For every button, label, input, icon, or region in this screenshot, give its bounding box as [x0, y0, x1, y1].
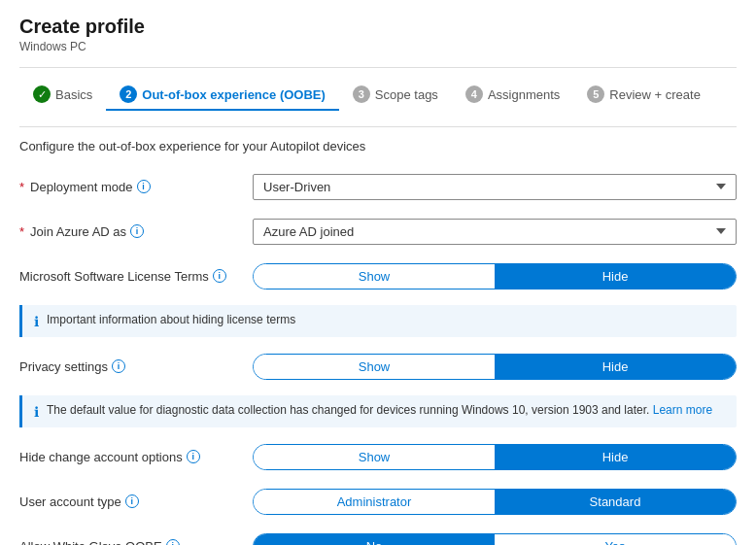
deployment-mode-row: * Deployment mode i User-Driven Self-Dep…: [19, 171, 737, 202]
white-glove-no-btn[interactable]: No: [254, 534, 495, 546]
privacy-settings-label: Privacy settings i: [19, 359, 253, 374]
license-banner: ℹ Important information about hiding lic…: [19, 305, 737, 337]
ms-license-show-btn[interactable]: Show: [254, 264, 495, 289]
page-title: Create profile: [19, 16, 737, 38]
tab-basics-label: Basics: [55, 87, 92, 102]
privacy-settings-control: Show Hide: [253, 354, 737, 380]
diagnostic-banner-icon: ℹ: [34, 404, 39, 420]
join-azure-ad-label: * Join Azure AD as i: [19, 224, 253, 239]
tab-scope-label: Scope tags: [375, 87, 438, 102]
ms-license-info-icon[interactable]: i: [213, 269, 226, 283]
tab-assignments[interactable]: 4 Assignments: [452, 80, 573, 111]
title-divider: [19, 67, 737, 68]
check-icon: ✓: [33, 85, 51, 103]
license-banner-text: Important information about hiding licen…: [47, 313, 295, 326]
hide-change-account-row: Hide change account options i Show Hide: [19, 441, 737, 472]
user-account-admin-btn[interactable]: Administrator: [254, 490, 495, 514]
user-account-type-toggle: Administrator Standard: [253, 489, 737, 515]
allow-white-glove-info-icon[interactable]: i: [166, 539, 180, 545]
allow-white-glove-control: No Yes: [253, 533, 737, 546]
user-account-type-row: User account type i Administrator Standa…: [19, 486, 737, 517]
privacy-settings-toggle: Show Hide: [253, 354, 737, 380]
section-description: Configure the out-of-box experience for …: [19, 139, 737, 153]
ms-license-hide-btn[interactable]: Hide: [495, 264, 736, 289]
license-banner-icon: ℹ: [34, 314, 39, 329]
allow-white-glove-row: Allow White Glove OOBE i No Yes: [19, 530, 737, 545]
required-star-azure: *: [19, 224, 24, 239]
privacy-settings-info-icon[interactable]: i: [112, 359, 125, 373]
hide-change-account-toggle: Show Hide: [253, 444, 737, 470]
privacy-hide-btn[interactable]: Hide: [495, 355, 736, 379]
allow-white-glove-label: Allow White Glove OOBE i: [19, 539, 253, 546]
deployment-mode-info-icon[interactable]: i: [137, 180, 151, 193]
privacy-show-btn[interactable]: Show: [254, 355, 495, 379]
join-azure-ad-info-icon[interactable]: i: [130, 224, 144, 238]
ms-license-row: Microsoft Software License Terms i Show …: [19, 260, 737, 291]
white-glove-yes-btn[interactable]: Yes: [495, 534, 736, 546]
join-azure-ad-control: Azure AD joined Hybrid Azure AD joined: [253, 219, 737, 245]
tab-review[interactable]: 5 Review + create: [573, 80, 714, 111]
hide-account-hide-btn[interactable]: Hide: [495, 445, 736, 469]
page-subtitle: Windows PC: [19, 40, 737, 53]
tab-review-label: Review + create: [609, 87, 701, 102]
deployment-mode-label: * Deployment mode i: [19, 180, 253, 194]
ms-license-control: Show Hide: [253, 263, 737, 290]
hide-change-account-control: Show Hide: [253, 444, 737, 470]
join-azure-ad-select[interactable]: Azure AD joined Hybrid Azure AD joined: [253, 219, 737, 245]
user-account-standard-btn[interactable]: Standard: [495, 490, 736, 514]
diagnostic-banner-text: The default value for diagnostic data co…: [47, 403, 712, 417]
tab-oobe[interactable]: 2 Out-of-box experience (OOBE): [106, 80, 339, 111]
wizard-tabs: ✓ Basics 2 Out-of-box experience (OOBE) …: [19, 80, 737, 111]
privacy-settings-row: Privacy settings i Show Hide: [19, 351, 737, 382]
hide-account-show-btn[interactable]: Show: [254, 445, 495, 469]
ms-license-label: Microsoft Software License Terms i: [19, 269, 253, 284]
deployment-mode-select[interactable]: User-Driven Self-Deploying: [253, 174, 737, 200]
tab-scope-tags[interactable]: 3 Scope tags: [339, 80, 452, 111]
user-account-type-label: User account type i: [19, 494, 253, 509]
deployment-mode-control: User-Driven Self-Deploying: [253, 174, 737, 200]
ms-license-toggle: Show Hide: [253, 263, 737, 290]
hide-change-account-info-icon[interactable]: i: [187, 450, 200, 463]
tab-oobe-label: Out-of-box experience (OOBE): [142, 87, 326, 102]
user-account-type-info-icon[interactable]: i: [125, 494, 139, 508]
diagnostic-banner: ℹ The default value for diagnostic data …: [19, 395, 737, 427]
diagnostic-learn-more-link[interactable]: Learn more: [653, 403, 712, 417]
allow-white-glove-toggle: No Yes: [253, 533, 737, 546]
hide-change-account-label: Hide change account options i: [19, 450, 253, 464]
join-azure-ad-row: * Join Azure AD as i Azure AD joined Hyb…: [19, 216, 737, 247]
tabs-divider: [19, 126, 737, 127]
user-account-type-control: Administrator Standard: [253, 489, 737, 515]
tab-oobe-num: 2: [120, 85, 137, 103]
tab-review-num: 5: [587, 85, 604, 103]
required-star-deployment: *: [19, 180, 24, 194]
tab-assign-num: 4: [465, 85, 483, 103]
tab-assign-label: Assignments: [488, 87, 560, 102]
tab-basics[interactable]: ✓ Basics: [19, 80, 106, 111]
tab-scope-num: 3: [353, 85, 370, 103]
